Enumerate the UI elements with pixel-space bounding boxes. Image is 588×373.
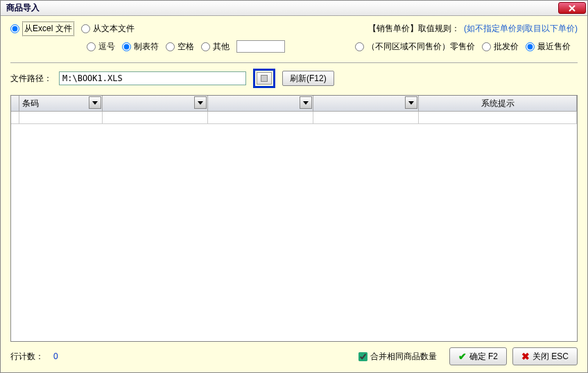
grid-col-3[interactable] <box>208 96 313 111</box>
grid-col-4[interactable] <box>313 96 419 111</box>
grid-col-barcode[interactable]: 条码 <box>19 96 103 111</box>
path-row: 文件路径： 刷新(F12) <box>10 69 578 88</box>
row-count-label: 行计数： <box>10 351 44 363</box>
path-label: 文件路径： <box>10 73 52 85</box>
divider <box>10 62 578 63</box>
footer-row: 行计数： 0 合并相同商品数量 ✔ 确定 F2 ✖ 关闭 ESC <box>10 347 578 365</box>
refresh-button[interactable]: 刷新(F12) <box>282 71 334 86</box>
cancel-button[interactable]: ✖ 关闭 ESC <box>512 347 578 365</box>
path-input[interactable] <box>59 71 246 85</box>
dropdown-icon[interactable] <box>300 96 312 109</box>
price-region-radio[interactable]: （不同区域不同售价）零售价 <box>355 41 475 53</box>
window-title: 商品导入 <box>6 2 40 14</box>
delim-other-label: 其他 <box>213 41 230 53</box>
source-excel-radio[interactable]: 从Excel 文件 <box>10 21 74 36</box>
row-count-value: 0 <box>53 352 58 361</box>
merge-checkbox[interactable]: 合并相同商品数量 <box>358 351 437 363</box>
delim-space-radio[interactable]: 空格 <box>166 41 194 53</box>
delim-space-label: 空格 <box>178 41 194 53</box>
source-row: 从Excel 文件 从文本文件 【销售单价】取值规则： (如不指定单价则取目以下… <box>10 21 578 36</box>
browse-button[interactable] <box>257 72 272 85</box>
title-bar: 商品导入 <box>1 1 587 16</box>
dropdown-icon[interactable] <box>405 96 417 109</box>
grid-col-barcode-label: 条码 <box>22 98 39 110</box>
merge-label: 合并相同商品数量 <box>370 351 437 363</box>
price-recent-radio[interactable]: 最近售价 <box>526 41 571 53</box>
dropdown-icon[interactable] <box>194 96 207 109</box>
source-text-label: 从文本文件 <box>93 23 135 35</box>
close-icon <box>568 5 576 12</box>
cancel-label: 关闭 ESC <box>533 351 569 363</box>
delim-other-input[interactable] <box>236 40 285 53</box>
price-rule-note: (如不指定单价则取目以下单价) <box>464 23 578 35</box>
close-button[interactable] <box>558 2 586 14</box>
grid-body[interactable] <box>11 124 577 341</box>
price-wholesale-label: 批发价 <box>494 41 519 53</box>
browse-highlight <box>253 69 275 88</box>
dropdown-icon[interactable] <box>89 96 101 109</box>
delimiter-row: 逗号 制表符 空格 其他 （不同区域不同售价）零售价 批发价 最近售价 <box>10 40 578 53</box>
checkmark-icon: ✔ <box>458 351 467 362</box>
price-rule-label: 【销售单价】取值规则： <box>368 23 460 35</box>
grid-col-systip: 系统提示 <box>419 96 577 111</box>
delim-comma-label: 逗号 <box>98 41 115 53</box>
grid-header: 条码 系统提示 <box>11 96 577 112</box>
delim-other-radio[interactable]: 其他 <box>201 41 230 53</box>
price-recent-label: 最近售价 <box>537 41 571 53</box>
grid-empty-row[interactable] <box>11 112 577 124</box>
delim-tab-radio[interactable]: 制表符 <box>122 41 159 53</box>
source-excel-label: 从Excel 文件 <box>22 21 74 36</box>
ok-button[interactable]: ✔ 确定 F2 <box>449 347 507 365</box>
delim-tab-label: 制表符 <box>134 41 159 53</box>
ok-label: 确定 F2 <box>469 351 498 363</box>
content-area: 从Excel 文件 从文本文件 【销售单价】取值规则： (如不指定单价则取目以下… <box>1 16 587 372</box>
x-icon: ✖ <box>521 351 530 362</box>
grid-col-systip-label: 系统提示 <box>481 98 514 110</box>
product-import-window: 商品导入 从Excel 文件 从文本文件 【销售单价】取值规则： (如不指定单价… <box>0 0 588 373</box>
price-region-label: （不同区域不同售价）零售价 <box>367 41 475 53</box>
grid-corner <box>11 96 19 111</box>
grid-col-2[interactable] <box>103 96 208 111</box>
source-text-radio[interactable]: 从文本文件 <box>81 23 135 35</box>
ellipsis-icon <box>261 75 268 82</box>
data-grid: 条码 系统提示 <box>10 95 578 342</box>
delim-comma-radio[interactable]: 逗号 <box>87 41 115 53</box>
price-wholesale-radio[interactable]: 批发价 <box>482 41 519 53</box>
